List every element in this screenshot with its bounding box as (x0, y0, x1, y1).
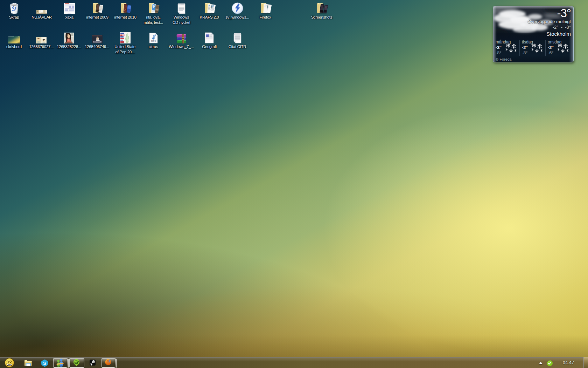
svg-text:S: S (43, 361, 46, 366)
svg-text:MP3: MP3 (151, 40, 156, 42)
